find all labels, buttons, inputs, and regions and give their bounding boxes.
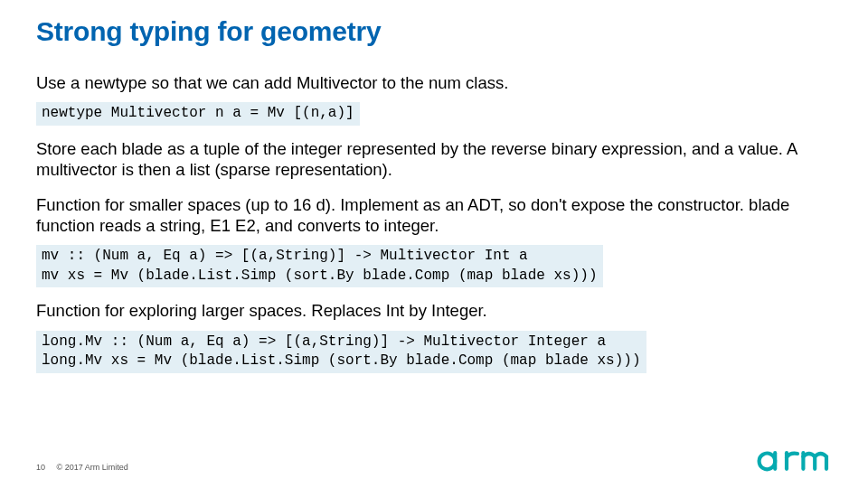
code-block-mv: mv :: (Num a, Eq a) => [(a,String)] -> M… bbox=[36, 245, 603, 287]
slide: Strong typing for geometry Use a newtype… bbox=[0, 0, 868, 488]
paragraph-3: Function for smaller spaces (up to 16 d)… bbox=[36, 194, 832, 236]
slide-footer: 10 © 2017 Arm Limited bbox=[36, 463, 128, 472]
code-block-newtype: newtype Multivector n a = Mv [(n,a)] bbox=[36, 102, 360, 126]
paragraph-2: Store each blade as a tuple of the integ… bbox=[36, 138, 832, 180]
slide-title: Strong typing for geometry bbox=[36, 16, 832, 47]
paragraph-4: Function for exploring larger spaces. Re… bbox=[36, 300, 832, 321]
arm-logo-icon bbox=[754, 445, 841, 477]
page-number: 10 bbox=[36, 463, 45, 472]
paragraph-1: Use a newtype so that we can add Multive… bbox=[36, 72, 832, 93]
copyright-text: © 2017 Arm Limited bbox=[57, 463, 128, 472]
code-block-longmv: long.Mv :: (Num a, Eq a) => [(a,String)]… bbox=[36, 331, 646, 373]
